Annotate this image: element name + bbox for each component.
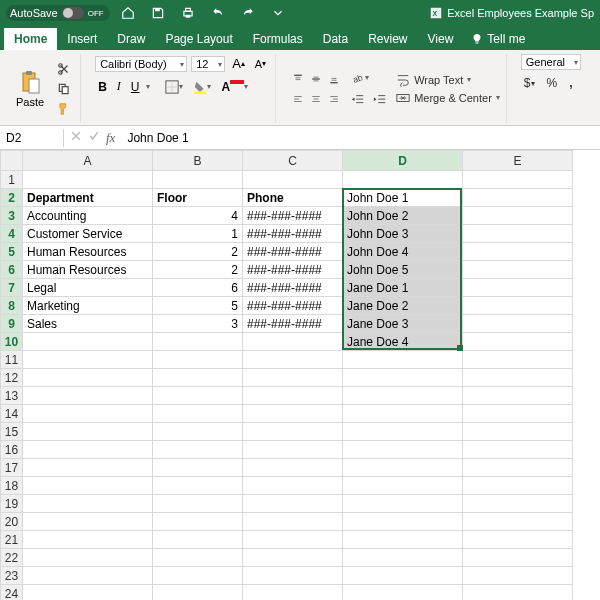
cell-D17[interactable] — [343, 459, 463, 477]
cell-A23[interactable] — [23, 567, 153, 585]
cell-B6[interactable]: 2 — [153, 261, 243, 279]
cell-C4[interactable]: ###-###-#### — [243, 225, 343, 243]
cell-E11[interactable] — [463, 351, 573, 369]
qat-dropdown-icon[interactable] — [268, 4, 288, 22]
cell-B10[interactable] — [153, 333, 243, 351]
cell-D11[interactable] — [343, 351, 463, 369]
borders-button[interactable]: ▾ — [162, 78, 186, 96]
cell-A3[interactable]: Accounting — [23, 207, 153, 225]
cell-C10[interactable] — [243, 333, 343, 351]
row-header-22[interactable]: 22 — [1, 549, 23, 567]
cell-D16[interactable] — [343, 441, 463, 459]
cell-B24[interactable] — [153, 585, 243, 601]
cell-E15[interactable] — [463, 423, 573, 441]
cell-B2[interactable]: Floor — [153, 189, 243, 207]
cell-C18[interactable] — [243, 477, 343, 495]
cell-E8[interactable] — [463, 297, 573, 315]
cell-B14[interactable] — [153, 405, 243, 423]
autosave-toggle[interactable]: AutoSave OFF — [6, 5, 110, 21]
cell-B8[interactable]: 5 — [153, 297, 243, 315]
paste-button[interactable]: Paste — [12, 68, 48, 110]
fx-icon[interactable]: fx — [106, 130, 121, 146]
cell-E20[interactable] — [463, 513, 573, 531]
cell-D15[interactable] — [343, 423, 463, 441]
redo-icon[interactable] — [238, 4, 258, 22]
cell-B18[interactable] — [153, 477, 243, 495]
cell-C11[interactable] — [243, 351, 343, 369]
font-size-select[interactable]: 12▾ — [191, 56, 225, 72]
row-header-7[interactable]: 7 — [1, 279, 23, 297]
align-bottom-button[interactable] — [326, 70, 342, 88]
number-format-select[interactable]: General▾ — [521, 54, 581, 70]
cell-E14[interactable] — [463, 405, 573, 423]
row-header-11[interactable]: 11 — [1, 351, 23, 369]
formula-bar[interactable]: John Doe 1 — [121, 129, 600, 147]
cell-B11[interactable] — [153, 351, 243, 369]
cell-A15[interactable] — [23, 423, 153, 441]
copy-button[interactable] — [54, 80, 74, 98]
row-header-16[interactable]: 16 — [1, 441, 23, 459]
tab-page-layout[interactable]: Page Layout — [155, 28, 242, 50]
name-box[interactable]: D2 — [0, 129, 64, 147]
cell-C6[interactable]: ###-###-#### — [243, 261, 343, 279]
cell-B22[interactable] — [153, 549, 243, 567]
fill-color-button[interactable]: ▾ — [190, 78, 214, 96]
cell-C13[interactable] — [243, 387, 343, 405]
cell-C2[interactable]: Phone — [243, 189, 343, 207]
cell-C19[interactable] — [243, 495, 343, 513]
cell-A8[interactable]: Marketing — [23, 297, 153, 315]
row-header-13[interactable]: 13 — [1, 387, 23, 405]
cell-E9[interactable] — [463, 315, 573, 333]
home-icon[interactable] — [118, 4, 138, 22]
orientation-button[interactable]: ab▾ — [348, 69, 390, 87]
cell-C23[interactable] — [243, 567, 343, 585]
cell-A10[interactable] — [23, 333, 153, 351]
cell-D2[interactable]: John Doe 1 — [343, 189, 463, 207]
cell-D24[interactable] — [343, 585, 463, 601]
font-color-button[interactable]: A▾ — [218, 78, 251, 96]
cell-E12[interactable] — [463, 369, 573, 387]
align-middle-button[interactable] — [308, 70, 324, 88]
cell-D5[interactable]: John Doe 4 — [343, 243, 463, 261]
comma-button[interactable]: , — [566, 74, 575, 92]
cell-E16[interactable] — [463, 441, 573, 459]
row-header-4[interactable]: 4 — [1, 225, 23, 243]
cell-A4[interactable]: Customer Service — [23, 225, 153, 243]
cell-A18[interactable] — [23, 477, 153, 495]
cell-B19[interactable] — [153, 495, 243, 513]
tab-data[interactable]: Data — [313, 28, 358, 50]
cell-B20[interactable] — [153, 513, 243, 531]
wrap-text-button[interactable]: Wrap Text▾ — [396, 73, 500, 87]
italic-button[interactable]: I — [114, 77, 124, 96]
cell-A20[interactable] — [23, 513, 153, 531]
cell-E13[interactable] — [463, 387, 573, 405]
cell-E6[interactable] — [463, 261, 573, 279]
cell-E24[interactable] — [463, 585, 573, 601]
cell-D3[interactable]: John Doe 2 — [343, 207, 463, 225]
decrease-indent-button[interactable] — [348, 91, 368, 109]
increase-indent-button[interactable] — [370, 91, 390, 109]
cell-A12[interactable] — [23, 369, 153, 387]
cell-D20[interactable] — [343, 513, 463, 531]
column-header-C[interactable]: C — [243, 151, 343, 171]
cell-E17[interactable] — [463, 459, 573, 477]
cell-D22[interactable] — [343, 549, 463, 567]
percent-button[interactable]: % — [544, 74, 561, 92]
cell-A13[interactable] — [23, 387, 153, 405]
row-header-2[interactable]: 2 — [1, 189, 23, 207]
cell-B16[interactable] — [153, 441, 243, 459]
row-header-9[interactable]: 9 — [1, 315, 23, 333]
column-header-A[interactable]: A — [23, 151, 153, 171]
cell-B17[interactable] — [153, 459, 243, 477]
row-header-21[interactable]: 21 — [1, 531, 23, 549]
cell-D9[interactable]: Jane Doe 3 — [343, 315, 463, 333]
cell-A11[interactable] — [23, 351, 153, 369]
cell-C15[interactable] — [243, 423, 343, 441]
currency-button[interactable]: $▾ — [521, 74, 538, 92]
tab-draw[interactable]: Draw — [107, 28, 155, 50]
column-header-B[interactable]: B — [153, 151, 243, 171]
tell-me[interactable]: Tell me — [463, 28, 533, 50]
merge-center-button[interactable]: Merge & Center▾ — [396, 91, 500, 105]
cell-B7[interactable]: 6 — [153, 279, 243, 297]
cell-C9[interactable]: ###-###-#### — [243, 315, 343, 333]
